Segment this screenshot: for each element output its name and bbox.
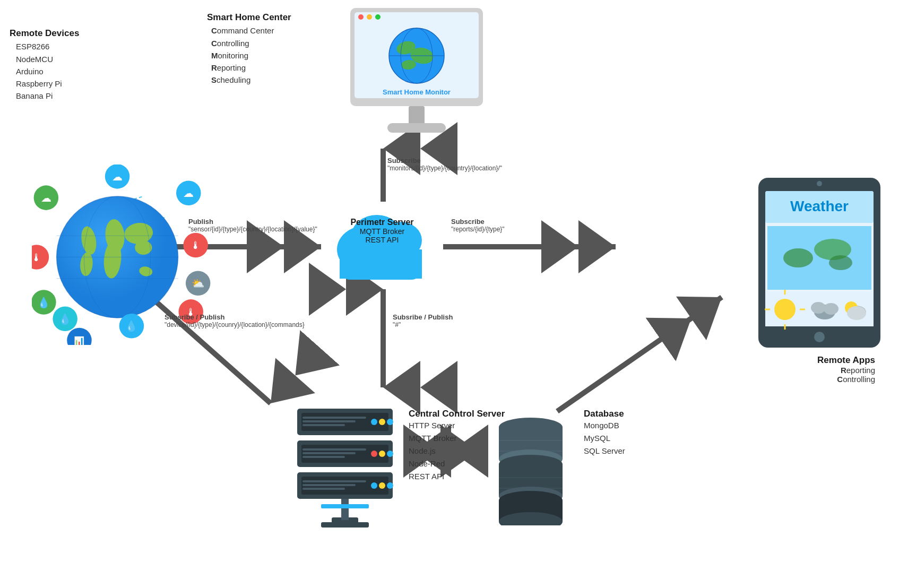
remote-devices-title: Remote Devices [10, 27, 79, 40]
svg-point-87 [783, 248, 813, 267]
monitor-container: Smart Home Monitor [345, 5, 488, 151]
svg-rect-107 [302, 452, 356, 454]
svg-rect-25 [387, 123, 446, 133]
svg-rect-86 [767, 226, 871, 290]
svg-rect-117 [321, 504, 369, 508]
device-banana-pi: Banana Pi [10, 90, 79, 102]
svg-text:🌡: 🌡 [32, 252, 42, 263]
remote-apps-controlling: Controlling [756, 375, 875, 384]
database-svg [488, 403, 573, 525]
tablet-svg: Weather [756, 175, 883, 350]
remote-apps-reporting: Reporting [756, 366, 875, 375]
remote-devices-block: Remote Devices ESP8266 NodeMCU Arduino R… [10, 27, 79, 102]
svg-rect-98 [302, 417, 366, 419]
svg-point-81 [811, 302, 826, 314]
svg-rect-24 [409, 106, 425, 125]
svg-text:💧: 💧 [125, 319, 138, 332]
monitor-svg: Smart Home Monitor [345, 5, 488, 149]
svg-point-112 [379, 482, 385, 489]
svg-text:Smart Home Monitor: Smart Home Monitor [383, 88, 451, 96]
shc-scheduling: Scheduling [207, 74, 291, 86]
svg-text:💧: 💧 [58, 313, 72, 325]
device-nodemcu: NodeMCU [10, 53, 79, 65]
svg-point-13 [358, 14, 364, 20]
server-rack-svg [292, 403, 398, 531]
db-section: Database MongoDB MySQL SQL Server [488, 403, 625, 525]
shc-reporting: Reporting [207, 62, 291, 74]
server-section: Central Control Server HTTP Server MQTT … [292, 403, 505, 531]
svg-point-97 [387, 419, 393, 425]
subsribe-publish-hash-label: Subsribe / Publish "#" [393, 313, 453, 328]
svg-text:Weather: Weather [790, 198, 849, 214]
perimetr-title: Perimetr Server [324, 218, 440, 227]
svg-text:⛅: ⛅ [192, 277, 205, 290]
svg-rect-115 [302, 484, 356, 486]
tablet-container: Weather Remote Apps Reporting Controllin… [756, 175, 883, 384]
perimetr-cloud-svg [324, 204, 440, 284]
subscribe-reports-label: Subscribe "reports/{id}/{type}" [451, 218, 505, 233]
svg-point-95 [371, 419, 377, 425]
svg-point-82 [824, 303, 839, 315]
server-container: Central Control Server HTTP Server MQTT … [292, 403, 505, 531]
svg-point-85 [847, 306, 866, 320]
svg-rect-116 [302, 488, 345, 490]
svg-rect-100 [302, 424, 345, 426]
svg-point-14 [367, 14, 372, 20]
shc-monitoring: Monitoring [207, 49, 291, 62]
svg-point-105 [387, 451, 393, 457]
db-mongodb: MongoDB [584, 419, 625, 432]
device-arduino: Arduino [10, 65, 79, 77]
subsribe-publish-device-label: Subsribe / Publish "device/{id}/{type}/{… [165, 313, 305, 328]
device-raspberry-pi: Raspberry Pi [10, 77, 79, 90]
svg-point-15 [375, 14, 381, 20]
svg-text:📊: 📊 [74, 336, 85, 345]
database-container: Database MongoDB MySQL SQL Server [488, 403, 625, 525]
svg-rect-67 [340, 257, 422, 280]
shc-command: Command Center [207, 24, 291, 37]
database-label: Database MongoDB MySQL SQL Server [584, 403, 625, 457]
db-items: MongoDB MySQL SQL Server [584, 419, 625, 457]
svg-point-33 [135, 240, 152, 255]
svg-rect-108 [302, 456, 345, 458]
svg-point-111 [371, 482, 377, 489]
globe-container: ☁ ☁ ☁ 🌡 🌡 💧 💧 🌡 💧 ⛅ 📊 [32, 165, 170, 302]
perimetr-server-label: Perimetr Server MQTT Broker REST API [324, 218, 440, 244]
shc-controlling: Controlling [207, 37, 291, 49]
svg-text:💧: 💧 [37, 296, 50, 309]
svg-rect-106 [302, 448, 366, 451]
svg-point-104 [379, 451, 385, 457]
svg-point-75 [774, 299, 796, 320]
remote-apps-title: Remote Apps [756, 355, 875, 366]
db-mysql: MySQL [584, 432, 625, 445]
device-esp8266: ESP8266 [10, 40, 79, 53]
publish-label: Publish "sensor/{id}/{type}/{country}/{l… [188, 218, 317, 233]
db-title: Database [584, 409, 625, 419]
svg-point-71 [817, 181, 822, 186]
perimetr-server-container: Perimetr Server MQTT Broker REST API [324, 202, 440, 287]
svg-point-113 [387, 482, 393, 489]
subscribe-monitor-label: Subscribe "monitors/{id}/{type}/{country… [387, 157, 502, 172]
perimetr-rest: REST API [324, 236, 440, 244]
smart-home-center-block: Smart Home Center Command Center Control… [207, 11, 291, 87]
db-sqlserver: SQL Server [584, 445, 625, 457]
svg-text:☁: ☁ [41, 192, 51, 204]
perimetr-mqtt: MQTT Broker [324, 227, 440, 236]
svg-text:☁: ☁ [183, 187, 194, 199]
svg-rect-99 [302, 420, 356, 422]
remote-apps-label: Remote Apps Reporting Controlling [756, 355, 883, 384]
smart-home-center-title: Smart Home Center [207, 11, 291, 24]
svg-rect-114 [302, 480, 366, 482]
svg-point-96 [379, 419, 385, 425]
svg-text:☁: ☁ [112, 171, 123, 183]
svg-rect-91 [321, 522, 369, 528]
db-remoteapp-arrow [557, 297, 722, 411]
svg-text:🌡: 🌡 [191, 239, 201, 251]
svg-point-70 [814, 332, 825, 342]
svg-point-89 [829, 255, 852, 270]
svg-point-103 [371, 451, 377, 457]
